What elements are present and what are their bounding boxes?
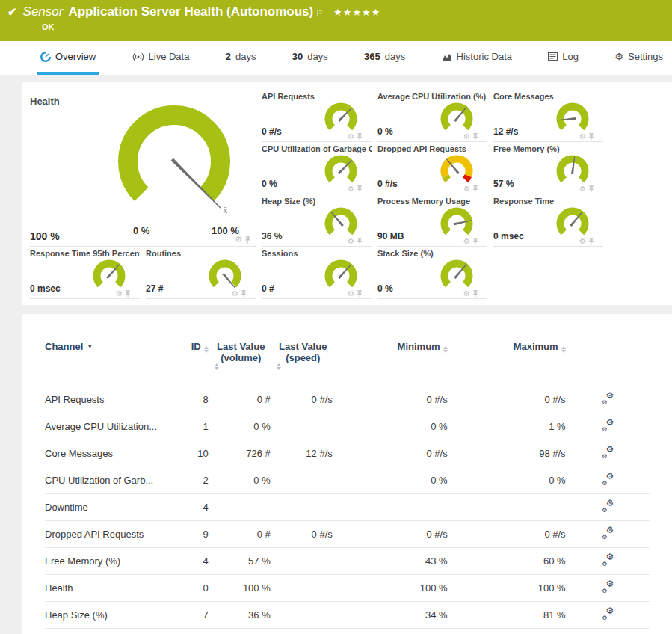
table-row[interactable]: CPU Utilization of Garb... 2 0 % 0 % 0 %… [45,467,650,494]
channel-settings-icon[interactable]: ⚙⚙ [602,609,614,619]
pin-icon[interactable] [472,185,478,193]
channel-settings-icon[interactable]: ⚙⚙ [602,501,614,511]
gear-icon[interactable]: ⚙ [579,237,586,245]
priority-stars[interactable]: ★★★★★ [333,7,380,18]
gauge-value: 0 msec [30,283,61,294]
pin-icon[interactable] [357,290,363,298]
last-value-volume-cell [212,494,274,521]
pin-icon[interactable] [357,238,363,245]
tab-30-days[interactable]: 30 days [289,41,331,75]
gear-icon[interactable]: ⚙ [235,235,242,244]
column-header-minimum[interactable]: Minimum [336,335,451,387]
last-value-speed-cell: 0 #/s [274,521,336,548]
table-row[interactable]: Downtime -4 ⚙⚙ [45,494,650,521]
gear-icon[interactable]: ⚙ [463,185,470,193]
small-gauge [321,254,361,295]
pin-icon[interactable] [472,133,478,141]
gear-icon[interactable]: ⚙ [348,289,354,298]
tab-number: 30 [292,51,303,62]
gauge-value: 12 #/s [493,126,518,137]
pin-icon[interactable] [588,238,594,245]
gauge-icon [40,52,51,62]
pin-icon[interactable] [588,185,594,193]
gauge-tile-dropped-api: Dropped API Requests 0 #/s ⚙ [377,142,487,194]
table-row[interactable]: Health 0 100 % 100 % 100 % ⚙⚙ [45,575,650,602]
channel-settings-icon[interactable]: ⚙⚙ [602,474,614,484]
column-label: Last Value [274,341,333,352]
priority-flag-icon[interactable]: ⚐ [315,8,323,18]
column-header-maximum[interactable]: Maximum [451,335,569,387]
gauge-tile-routines: Routines 27 # ⚙ [146,247,256,299]
gear-icon[interactable]: ⚙ [348,237,354,245]
channel-settings-icon[interactable]: ⚙⚙ [602,582,614,592]
pin-icon[interactable] [472,238,478,245]
channel-settings-icon[interactable]: ⚙⚙ [602,447,614,458]
table-row[interactable]: Free Memory (%) 4 57 % 43 % 60 % ⚙⚙ [45,548,650,575]
channel-name-cell: Average CPU Utilization... [45,413,175,440]
pin-icon[interactable] [241,290,247,298]
table-row[interactable]: API Requests 8 0 # 0 #/s 0 #/s 0 #/s ⚙⚙ [45,387,650,413]
table-row[interactable]: Process Memory Usage 5 90 MB 87 MB 113 M… [45,629,650,634]
channel-name-cell: Process Memory Usage [45,629,175,634]
column-header-id[interactable]: ID [175,335,212,387]
column-header-actions [569,335,650,387]
table-row[interactable]: Core Messages 10 726 # 12 #/s 0 #/s 98 #… [45,440,650,467]
gauge-tile-heap-size: Heap Size (%) 36 % ⚙ [262,194,372,247]
channel-name-cell: Heap Size (%) [45,602,175,629]
pin-icon[interactable] [472,290,478,298]
column-label: Last Value [212,341,271,352]
last-value-volume-cell: 100 % [212,575,274,602]
gear-icon[interactable]: ⚙ [463,132,470,141]
column-header-last-value-speed[interactable]: Last Value (speed) [274,335,336,387]
gear-icon[interactable]: ⚙ [232,289,238,298]
channel-name-cell: Free Memory (%) [45,548,175,575]
channel-settings-icon[interactable]: ⚙⚙ [602,393,614,404]
gauge-value: 100 % [30,230,60,242]
small-gauge [552,97,593,138]
minimum-cell: 0 #/s [336,521,451,548]
sort-icon[interactable] [443,346,448,353]
sort-icon[interactable] [204,346,209,353]
gear-icon[interactable]: ⚙ [348,132,354,141]
channel-settings-icon[interactable]: ⚙⚙ [602,420,614,431]
sort-icon[interactable] [277,363,333,370]
channel-name-cell: Downtime [45,494,175,521]
table-row[interactable]: Dropped API Requests 9 0 # 0 #/s 0 #/s 0… [45,521,650,548]
pin-icon[interactable] [588,133,594,141]
channel-settings-icon[interactable]: ⚙⚙ [602,528,614,538]
last-value-volume-cell: 57 % [212,548,274,575]
gear-icon[interactable]: ⚙ [579,185,586,193]
tab-settings[interactable]: ⚙ Settings [611,41,666,75]
tab-log[interactable]: Log [545,41,582,75]
column-header-channel[interactable]: Channel▼ [45,335,175,387]
pin-icon[interactable] [357,185,363,193]
gear-icon[interactable]: ⚙ [116,289,123,298]
pin-icon[interactable] [244,236,251,244]
gauge-tile-process-memory: Process Memory Usage 90 MB ⚙ [377,194,487,247]
tab-historic-data[interactable]: Historic Data [439,41,515,75]
tab-2-days[interactable]: 2 days [223,41,259,75]
sort-icon[interactable] [561,346,566,353]
tab-live-data[interactable]: Live Data [129,41,193,75]
svg-text:x̄: x̄ [224,206,228,215]
tab-365-days[interactable]: 365 days [361,41,408,75]
tab-overview[interactable]: Overview [37,41,99,75]
gear-icon[interactable]: ⚙ [579,132,586,141]
gauge-value: 0 msec [493,231,524,241]
gauge-tile-core-messages: Core Messages 12 #/s ⚙ [493,90,603,142]
pin-icon[interactable] [125,290,131,298]
channel-settings-icon[interactable]: ⚙⚙ [602,555,614,565]
gear-icon[interactable]: ⚙ [463,289,470,298]
sort-icon[interactable] [215,363,271,370]
channel-table-panel: Channel▼ ID Last Value (volume) Last Val… [22,314,672,634]
maximum-cell: 100 % [451,575,569,602]
column-label: Channel [45,341,83,352]
column-header-last-value-volume[interactable]: Last Value (volume) [212,335,274,387]
tab-label: days [385,51,405,62]
gear-icon[interactable]: ⚙ [463,237,470,245]
table-row[interactable]: Average CPU Utilization... 1 0 % 0 % 1 %… [45,413,650,440]
minimum-cell [336,494,451,521]
pin-icon[interactable] [357,133,363,141]
gear-icon[interactable]: ⚙ [348,185,354,193]
table-row[interactable]: Heap Size (%) 7 36 % 34 % 81 % ⚙⚙ [45,602,650,629]
